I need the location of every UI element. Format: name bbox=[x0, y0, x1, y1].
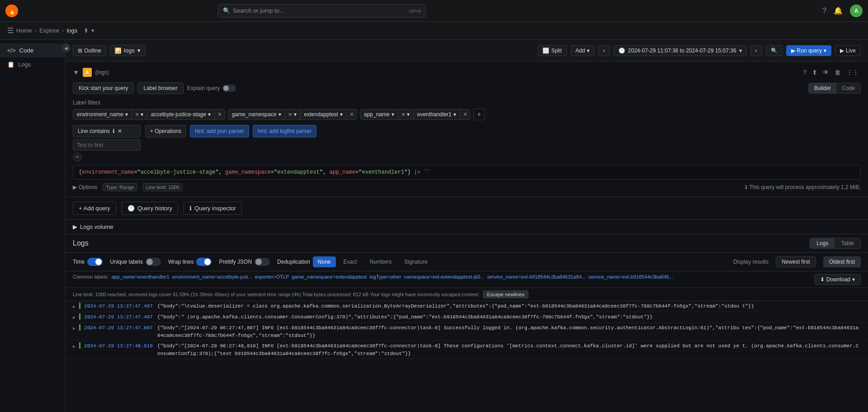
cl-env: environment_name=accelbyte-just... bbox=[172, 274, 252, 279]
dedup-signature-btn[interactable]: Signature bbox=[399, 256, 432, 267]
download-dropdown-icon: ▾ bbox=[852, 276, 855, 283]
sidebar-collapse-button[interactable]: ◀ bbox=[61, 43, 71, 52]
filter-remove-env[interactable]: ✕ bbox=[215, 109, 225, 119]
time-toggle[interactable] bbox=[87, 258, 103, 266]
grafana-logo[interactable]: 🔥 bbox=[5, 5, 18, 17]
dedup-exact-btn[interactable]: Exact bbox=[339, 256, 362, 267]
query-val-env: accelbyte-justice-stage bbox=[141, 169, 216, 175]
log-entry[interactable]: ▶ 2024-07-29 13:27:48.810 {"body":"[2024… bbox=[66, 341, 868, 359]
log-expand-icon[interactable]: ▶ bbox=[73, 325, 75, 332]
download-button[interactable]: ⬇ Download ▾ bbox=[814, 274, 861, 285]
filter-op-ns[interactable]: = ▾ bbox=[285, 109, 301, 119]
line-contains-badge[interactable]: Line contains ℹ ✕ bbox=[73, 125, 141, 137]
live-button[interactable]: ▶ Live bbox=[835, 45, 861, 56]
next-time-button[interactable]: › bbox=[750, 45, 762, 56]
query-inspector-button[interactable]: ℹ Query inspector bbox=[184, 202, 242, 215]
cl-namespace: namespace=ext-extendapptest-jb0... bbox=[404, 274, 484, 279]
search-icon: 🔍 bbox=[223, 7, 230, 14]
line-contains-label: Line contains bbox=[78, 128, 110, 134]
filter-val-app[interactable]: eventhandler1 ▾ bbox=[414, 109, 460, 119]
code-tab[interactable]: Code bbox=[836, 83, 860, 93]
bell-icon[interactable]: 🔔 bbox=[834, 6, 843, 15]
top-nav: 🔥 🔍 Search or jump to... ctrl+k ? 🔔 A bbox=[0, 0, 868, 22]
filter-key-env[interactable]: environment_name ▾ bbox=[73, 109, 132, 119]
help-icon[interactable]: ? bbox=[822, 7, 826, 15]
global-search[interactable]: 🔍 Search or jump to... ctrl+k bbox=[218, 4, 426, 18]
approx-size: ℹ This query will process approximately … bbox=[745, 184, 861, 190]
filter-val-env[interactable]: accelbyte-justice-stage ▾ bbox=[147, 109, 215, 119]
sidebar-item-logs[interactable]: 📋 Logs bbox=[0, 57, 65, 71]
help-query-icon[interactable]: ? bbox=[801, 67, 808, 78]
query-history-button[interactable]: 🕐 Query history bbox=[122, 202, 178, 215]
line-contains-add-button[interactable]: + bbox=[73, 152, 82, 161]
filter-op-app[interactable]: = ▾ bbox=[398, 109, 414, 119]
unique-labels-label: Unique labels bbox=[110, 259, 143, 265]
unique-labels-toggle[interactable] bbox=[146, 258, 161, 266]
split-button[interactable]: ⬜ Split bbox=[538, 45, 566, 56]
add-filter-button[interactable]: + bbox=[473, 109, 485, 120]
line-limit-text: Line limit: 1000 reached, received logs … bbox=[73, 292, 479, 297]
add-query-button[interactable]: + Add query bbox=[73, 202, 116, 215]
options-expand-icon: ▶ bbox=[73, 184, 77, 190]
query-op: |= bbox=[414, 169, 420, 175]
log-expand-icon[interactable]: ▶ bbox=[73, 314, 75, 321]
kick-start-button[interactable]: Kick start your query bbox=[73, 82, 134, 94]
upload-query-icon[interactable]: ⬆ bbox=[810, 67, 819, 78]
log-entry[interactable]: ▶ 2024-07-29 13:27:47.807 {"body":"[2024… bbox=[66, 323, 868, 341]
dedup-numbers-btn[interactable]: Numbers bbox=[365, 256, 397, 267]
builder-tab[interactable]: Builder bbox=[809, 83, 836, 93]
add-operations-button[interactable]: + Operations bbox=[145, 125, 186, 137]
filter-op-env[interactable]: = ▾ bbox=[132, 109, 147, 119]
options-toggle[interactable]: ▶ Options bbox=[73, 184, 97, 190]
log-entry[interactable]: ▶ 2024-07-29 13:27:47.407 {"body":"\tval… bbox=[66, 301, 868, 312]
filter-key-app[interactable]: app_name ▾ bbox=[360, 109, 398, 119]
text-to-find-input[interactable] bbox=[77, 142, 137, 148]
hint-json-button[interactable]: hint: add json parser bbox=[190, 125, 249, 137]
share-icon[interactable]: ⬆ bbox=[84, 27, 89, 34]
newest-first-button[interactable]: Newest first bbox=[776, 256, 816, 267]
logs-panel: Logs Logs Table Time Unique labels bbox=[66, 234, 868, 412]
prettify-json-toggle[interactable] bbox=[255, 258, 270, 266]
wrap-lines-toggle[interactable] bbox=[196, 258, 212, 266]
logs-tab[interactable]: Logs bbox=[810, 238, 835, 248]
editor-collapse-icon[interactable]: ▼ bbox=[73, 69, 79, 76]
more-query-icon[interactable]: ⋮⋮ bbox=[844, 67, 861, 78]
log-entry[interactable]: ▶ 2024-07-29 13:27:47.407 {"body":" (org… bbox=[66, 312, 868, 323]
filter-key-ns[interactable]: game_namespace ▾ bbox=[228, 109, 285, 119]
sidebar-item-queries[interactable]: </> Code bbox=[0, 43, 65, 57]
query-key-env: environment_name bbox=[82, 169, 134, 175]
escape-newlines-button[interactable]: Escape newlines bbox=[483, 290, 528, 298]
zoom-out-button[interactable]: 🔍 bbox=[766, 45, 783, 56]
breadcrumb-explore[interactable]: Explore bbox=[39, 27, 59, 34]
log-expand-icon[interactable]: ▶ bbox=[73, 303, 75, 310]
search-shortcut: ctrl+k bbox=[409, 8, 421, 14]
query-toolbar: ⊞ Outline 📊 logs ▾ ⬜ Split Add ▾ ‹ 🕐 202… bbox=[66, 40, 868, 62]
query-actions-bar: + Add query 🕐 Query history ℹ Query insp… bbox=[66, 197, 868, 220]
run-query-button[interactable]: ▶ Run query ▾ bbox=[786, 45, 831, 56]
hamburger-menu-icon[interactable]: ☰ bbox=[7, 26, 14, 35]
logs-volume-header[interactable]: ▶ Logs volume bbox=[73, 223, 861, 230]
breadcrumb-dropdown-icon[interactable]: ▾ bbox=[91, 27, 94, 34]
outline-button[interactable]: ⊞ Outline bbox=[73, 45, 106, 56]
log-bar-indicator bbox=[79, 303, 80, 309]
datasource-selector[interactable]: 📊 logs ▾ bbox=[110, 45, 146, 56]
history-icon: 🕐 bbox=[127, 205, 135, 212]
oldest-first-button[interactable]: Oldest first bbox=[823, 256, 861, 267]
prev-time-button[interactable]: ‹ bbox=[598, 45, 610, 56]
table-tab[interactable]: Table bbox=[835, 238, 860, 248]
user-avatar[interactable]: A bbox=[850, 5, 863, 17]
time-range-picker[interactable]: 🕐 2024-07-29 11:07:36 to 2024-07-29 15:0… bbox=[613, 45, 747, 56]
label-browser-button[interactable]: Label browser bbox=[137, 82, 183, 94]
filter-remove-app[interactable]: ✕ bbox=[460, 109, 470, 119]
line-contains-remove-icon[interactable]: ✕ bbox=[118, 128, 122, 134]
dedup-none-btn[interactable]: None bbox=[313, 256, 336, 267]
breadcrumb-home[interactable]: Home bbox=[16, 27, 32, 34]
add-button[interactable]: Add ▾ bbox=[571, 45, 594, 56]
filter-val-ns[interactable]: extendapptest ▾ bbox=[301, 109, 347, 119]
hint-logfmt-button[interactable]: hint: add logfmt parser bbox=[253, 125, 316, 137]
eye-query-icon[interactable]: 👁 bbox=[821, 67, 831, 78]
explain-toggle-switch[interactable] bbox=[222, 85, 236, 92]
delete-query-icon[interactable]: 🗑 bbox=[833, 67, 843, 78]
log-expand-icon[interactable]: ▶ bbox=[73, 343, 75, 350]
filter-remove-ns[interactable]: ✕ bbox=[347, 109, 357, 119]
